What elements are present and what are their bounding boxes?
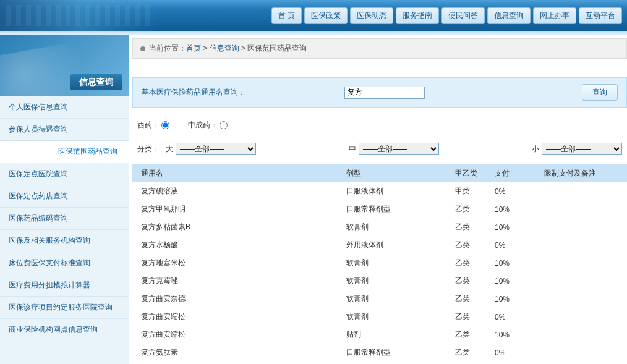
- table-row: 复方多粘菌素B软膏剂乙类10%: [132, 218, 627, 236]
- sidebar-item-6[interactable]: 医保及相关服务机构查询: [0, 230, 129, 252]
- cell-name: 复方曲安缩松: [132, 308, 340, 326]
- nav-item-4[interactable]: 便民问答: [441, 7, 485, 24]
- cell-type: 乙类: [449, 326, 488, 344]
- cell-note: [538, 362, 627, 364]
- cell-pay: 0%: [488, 236, 538, 254]
- cell-pay: 10%: [488, 362, 538, 364]
- table-row: 复方曲安缩松软膏剂乙类0%: [132, 308, 627, 326]
- th-form: 剂型: [340, 164, 449, 182]
- chinese-radio[interactable]: [220, 121, 228, 129]
- cell-type: 乙类: [449, 200, 488, 218]
- nav-item-6[interactable]: 网上办事: [533, 7, 576, 24]
- sidebar-item-8[interactable]: 医疗费用分担模拟计算器: [0, 274, 129, 297]
- cell-pay: 10%: [488, 326, 538, 344]
- banner-decoration: [0, 0, 161, 31]
- breadcrumb-link-1[interactable]: 信息查询: [210, 44, 239, 53]
- sidebar-item-1[interactable]: 参保人员待遇查询: [0, 119, 129, 141]
- cat-big-label: 大: [166, 144, 173, 154]
- cell-type: 乙类: [449, 272, 488, 290]
- search-label: 基本医疗保险药品通用名查询：: [142, 87, 245, 98]
- cell-name: 复方苯佐卡因: [132, 362, 340, 364]
- breadcrumb: 当前位置：首页 > 信息查询 > 医保范围药品查询: [132, 38, 627, 59]
- nav-item-5[interactable]: 信息查询: [487, 7, 531, 24]
- chinese-label-text: 中成药：: [188, 120, 218, 130]
- category-label: 分类：: [137, 144, 160, 154]
- cell-pay: 10%: [488, 254, 538, 272]
- sidebar-item-0[interactable]: 个人医保信息查询: [0, 96, 129, 119]
- th-pay: 支付: [488, 164, 538, 182]
- table-row: 复方曲安奈德软膏剂乙类10%: [132, 290, 627, 308]
- cell-name: 复方碘溶液: [132, 182, 340, 200]
- table-header-row: 通用名 剂型 甲乙类 支付 限制支付及备注: [132, 164, 627, 182]
- cat-small-select[interactable]: ——全部——: [542, 143, 622, 155]
- cell-note: [538, 290, 627, 308]
- search-input[interactable]: [344, 87, 425, 99]
- table-row: 复方克霉唑软膏剂乙类10%: [132, 272, 627, 290]
- cell-form: 软膏剂: [340, 218, 449, 236]
- cell-note: [538, 182, 627, 200]
- cell-form: 贴剂: [340, 326, 449, 344]
- cell-note: [538, 254, 627, 272]
- cell-type: 乙类: [449, 308, 488, 326]
- sidebar-item-7[interactable]: 床位费医保支付标准查询: [0, 252, 129, 274]
- cell-name: 复方曲安缩松: [132, 326, 340, 344]
- table-row: 复方碘溶液口服液体剂甲类0%: [132, 182, 627, 200]
- cell-pay: 0%: [488, 308, 538, 326]
- filter-type-row: 西药： 中成药：: [132, 116, 627, 134]
- sidebar-item-4[interactable]: 医保定点药店查询: [0, 185, 129, 208]
- nav-item-7[interactable]: 互动平台: [579, 7, 622, 24]
- cell-form: 软膏剂: [340, 308, 449, 326]
- cell-pay: 10%: [488, 218, 538, 236]
- table-body: 复方碘溶液口服液体剂甲类0%复方甲氧那明口服常释剂型乙类10%复方多粘菌素B软膏…: [132, 182, 627, 364]
- western-label-text: 西药：: [137, 120, 160, 130]
- sidebar-item-3[interactable]: 医保定点医院查询: [0, 163, 129, 185]
- cell-note: [538, 218, 627, 236]
- table-row: 复方地塞米松软膏剂乙类10%: [132, 254, 627, 272]
- chinese-radio-label[interactable]: 中成药：: [188, 120, 228, 130]
- cell-type: 乙类: [449, 344, 488, 362]
- nav-item-3[interactable]: 服务指南: [396, 7, 439, 24]
- cell-note: [538, 308, 627, 326]
- western-radio[interactable]: [161, 121, 169, 129]
- cell-name: 复方氨肽素: [132, 344, 340, 362]
- cell-form: 外用液体剂: [340, 236, 449, 254]
- top-banner: 首 页医保政策医保动态服务指南便民问答信息查询网上办事互动平台: [0, 0, 627, 31]
- cell-form: 口服常释剂型: [340, 344, 449, 362]
- cell-form: 软膏剂: [340, 362, 449, 364]
- nav-item-2[interactable]: 医保动态: [350, 7, 393, 24]
- nav-item-1[interactable]: 医保政策: [304, 7, 348, 24]
- filter-category-row: 分类： 大 ——全部—— 中 ——全部—— 小 ——全部——: [132, 139, 627, 159]
- western-radio-label[interactable]: 西药：: [137, 120, 169, 130]
- th-note: 限制支付及备注: [538, 164, 627, 182]
- cat-mid-label: 中: [349, 144, 356, 154]
- cell-pay: 0%: [488, 182, 538, 200]
- cell-form: 口服液体剂: [340, 182, 449, 200]
- cell-pay: 10%: [488, 290, 538, 308]
- breadcrumb-link-0[interactable]: 首页: [186, 44, 201, 53]
- cell-type: 乙类: [449, 290, 488, 308]
- nav-item-0[interactable]: 首 页: [271, 7, 302, 24]
- content: 当前位置：首页 > 信息查询 > 医保范围药品查询 基本医疗保险药品通用名查询：…: [129, 35, 627, 364]
- cat-mid-select[interactable]: ——全部——: [359, 143, 439, 155]
- search-button[interactable]: 查询: [582, 84, 618, 101]
- table-row: 复方水杨酸外用液体剂乙类0%: [132, 236, 627, 254]
- sidebar-item-2[interactable]: 医保范围药品查询: [0, 141, 129, 163]
- results-table: 通用名 剂型 甲乙类 支付 限制支付及备注 复方碘溶液口服液体剂甲类0%复方甲氧…: [132, 164, 627, 364]
- cell-pay: 10%: [488, 200, 538, 218]
- sidebar-item-9[interactable]: 医保诊疗项目约定服务医院查询: [0, 297, 129, 319]
- cell-form: 软膏剂: [340, 254, 449, 272]
- th-name: 通用名: [132, 164, 340, 182]
- sidebar-item-5[interactable]: 医保药品编码查询: [0, 208, 129, 230]
- cell-pay: 10%: [488, 272, 538, 290]
- cell-name: 复方甲氧那明: [132, 200, 340, 218]
- cell-name: 复方水杨酸: [132, 236, 340, 254]
- cell-type: 乙类: [449, 362, 488, 364]
- sidebar-item-10[interactable]: 商业保险机构网点信息查询: [0, 319, 129, 341]
- cat-small-label: 小: [532, 144, 539, 154]
- cell-type: 乙类: [449, 236, 488, 254]
- cat-big-select[interactable]: ——全部——: [176, 143, 256, 155]
- cell-name: 复方多粘菌素B: [132, 218, 340, 236]
- cell-note: [538, 200, 627, 218]
- cell-type: 乙类: [449, 254, 488, 272]
- sidebar-list: 个人医保信息查询参保人员待遇查询医保范围药品查询医保定点医院查询医保定点药店查询…: [0, 96, 129, 341]
